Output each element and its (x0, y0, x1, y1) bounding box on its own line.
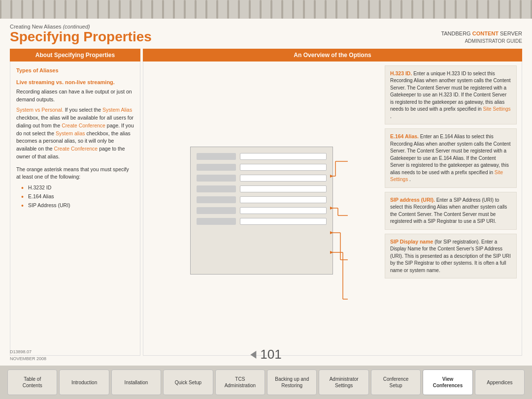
doc-id: D13898.07 (10, 349, 46, 356)
tab-intro[interactable]: Introduction (59, 369, 109, 395)
tab-install[interactable]: Installation (111, 369, 161, 395)
tab-appendix[interactable]: Appendices (475, 369, 525, 395)
spiral-hole (75, 3, 77, 16)
spiral-holes (0, 0, 532, 19)
bottom-nav: Table ofContents Introduction Installati… (0, 366, 532, 399)
link-system-alias-2[interactable]: System alias (56, 130, 85, 136)
spiral-hole (292, 3, 294, 16)
desc-sip-display-title: SIP Display name (390, 239, 433, 245)
spiral-hole (466, 3, 467, 16)
desc-e164-title: E.164 Alias. (390, 133, 419, 139)
content-area: Types of Aliases Live streaming vs. non-… (10, 61, 522, 356)
para-system-vs-personal: System vs Personal. If you select the Sy… (16, 106, 134, 160)
spiral-hole (422, 3, 424, 16)
spiral-hole (97, 3, 99, 16)
arrows-svg (180, 122, 348, 319)
bullet-h3232: H.3232 ID (21, 184, 134, 192)
spiral-hole (10, 3, 12, 16)
right-descriptions: H.323 ID. Enter a unique H.323 ID to sel… (380, 61, 522, 355)
spiral-hole (400, 3, 402, 16)
brand-pre: TANDBERG (441, 31, 472, 36)
tab-tcs[interactable]: TCSAdministration (215, 369, 265, 395)
spiral-hole (151, 3, 153, 16)
brand-line1: TANDBERG CONTENT SERVER (441, 30, 522, 37)
nav-tabs: Table ofContents Introduction Installati… (0, 366, 532, 399)
spiral-hole (162, 3, 164, 16)
right-panel: H.323 ID. Enter a unique H.323 ID to sel… (143, 61, 522, 356)
heading-types-of-aliases: Types of Aliases (16, 66, 134, 75)
spiral-hole (444, 3, 446, 16)
page-number-area: 101 (250, 347, 281, 362)
brand-highlight: CONTENT (472, 31, 499, 36)
bullet-list: H.3232 ID E.164 Alias SIP Address (URI) (21, 184, 134, 209)
spiral-hole (357, 3, 359, 16)
spiral-hole (270, 3, 272, 16)
spiral-hole (0, 3, 1, 16)
spiral-hole (21, 3, 23, 16)
spiral-hole (216, 3, 218, 16)
link-system-vs-personal[interactable]: System vs Personal. (16, 107, 64, 113)
spiral-hole (390, 3, 392, 16)
spiral-hole (108, 3, 110, 16)
link-create-conference-1[interactable]: Create Conference (62, 123, 105, 128)
svg-marker-3 (330, 175, 333, 178)
spiral-hole (86, 3, 88, 16)
spiral-binding (0, 0, 532, 19)
desc-h323: H.323 ID. Enter a unique H.323 ID to sel… (385, 65, 517, 125)
spiral-hole (303, 3, 305, 16)
spiral-hole (184, 3, 186, 16)
section-headers: About Specifying Properties An Overview … (10, 49, 522, 61)
spiral-hole (476, 3, 478, 16)
spiral-hole (54, 3, 56, 16)
page-number: 101 (260, 347, 281, 362)
doc-date: NOVEMBER 2008 (10, 356, 46, 363)
spiral-hole (65, 3, 66, 16)
spiral-hole (346, 3, 348, 16)
tab-backup[interactable]: Backing up andRestoring (267, 369, 317, 395)
tab-viewconf[interactable]: ViewConferences (423, 369, 472, 395)
brand-post: SERVER (499, 31, 522, 36)
spiral-hole (433, 3, 435, 16)
tab-admin[interactable]: AdministratorSettings (319, 369, 368, 395)
spiral-hole (487, 3, 489, 16)
tab-confsetup[interactable]: ConferenceSetup (371, 369, 421, 395)
svg-marker-11 (330, 231, 333, 234)
section-header-left: About Specifying Properties (10, 49, 140, 61)
svg-marker-7 (330, 207, 333, 210)
brand-line2: ADMINISTRATOR GUIDE (441, 38, 522, 45)
spiral-hole (119, 3, 121, 16)
prev-page-arrow[interactable] (250, 351, 256, 359)
spiral-hole (227, 3, 229, 16)
desc-h323-title: H.323 ID. (390, 70, 412, 76)
link-site-settings-1[interactable]: Site Settings (483, 106, 510, 112)
desc-sip: SIP address (URI). Enter a SIP Address (… (385, 192, 517, 230)
spiral-hole (368, 3, 370, 16)
desc-e164: E.164 Alias. Enter an E.164 Alias to sel… (385, 128, 517, 188)
bullet-e164: E.164 Alias (21, 193, 134, 201)
tab-toc[interactable]: Table ofContents (7, 369, 57, 395)
header: Creating New Aliases (continued) Specify… (0, 19, 532, 49)
header-left: Creating New Aliases (continued) Specify… (10, 24, 152, 45)
page-footer: D13898.07 NOVEMBER 2008 (10, 349, 46, 362)
tab-quicksetup[interactable]: Quick Setup (163, 369, 213, 395)
spiral-hole (281, 3, 283, 16)
spiral-hole (509, 3, 511, 16)
desc-sip-display: SIP Display name (for SIP registration).… (385, 234, 517, 279)
main-container: Creating New Aliases (continued) Specify… (0, 19, 532, 399)
heading-live-streaming: Live streaming vs. non-live streaming. (16, 78, 134, 87)
para-live-streaming: Recording aliases can have a live output… (16, 88, 134, 104)
spiral-hole (32, 3, 34, 16)
spiral-hole (314, 3, 316, 16)
header-right: TANDBERG CONTENT SERVER ADMINISTRATOR GU… (441, 30, 522, 44)
spiral-hole (195, 3, 197, 16)
spiral-hole (260, 3, 262, 16)
spiral-hole (379, 3, 381, 16)
left-panel: Types of Aliases Live streaming vs. non-… (10, 61, 140, 356)
spiral-hole (130, 3, 132, 16)
desc-sip-title: SIP address (URI). (390, 197, 435, 203)
spiral-hole (520, 3, 522, 16)
spiral-hole (325, 3, 327, 16)
link-system-alias[interactable]: System Alias (102, 107, 132, 113)
link-create-conference-2[interactable]: Create Conference (54, 146, 98, 152)
spiral-hole (173, 3, 175, 16)
